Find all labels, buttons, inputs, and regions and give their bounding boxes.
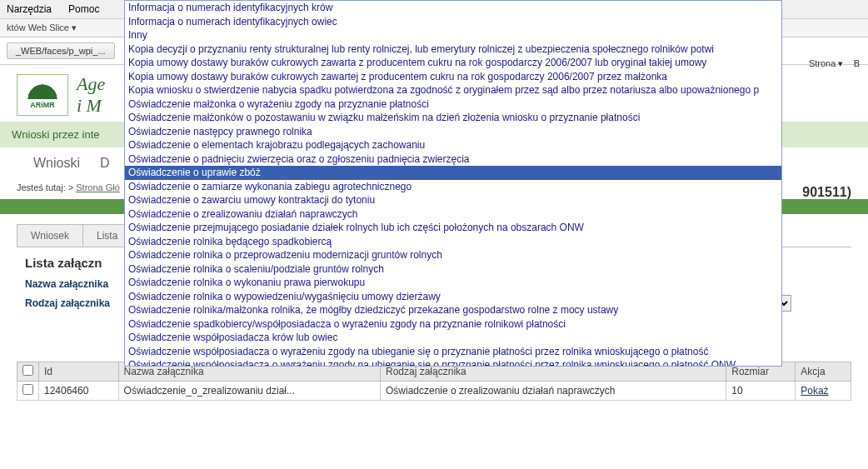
attachments-table: Id Nazwa załącznika Rodzaj załącznika Ro… [17, 362, 851, 401]
rodzaj-dropdown-list[interactable]: Informacja o numerach identyfikacyjnych … [124, 0, 782, 367]
dropdown-option[interactable]: Oświadczenie współposiadacza o wyrażeniu… [125, 358, 781, 367]
col-checkbox [17, 362, 39, 382]
page-tools: Strona ▾ B [809, 58, 860, 69]
table-row: 12406460 Oświadczenie_o_zrealizowaniu dz… [17, 382, 851, 401]
dropdown-option[interactable]: Oświadczenie współposiadacza krów lub ow… [125, 331, 781, 345]
col-id: Id [39, 362, 119, 382]
dropdown-option[interactable]: Oświadczenie małżonka o wyrażeniu zgody … [125, 97, 781, 112]
inner-tab-wniosek[interactable]: Wniosek [17, 224, 83, 247]
page-number: 901511) [802, 185, 851, 200]
webslice-dropdown[interactable]: któw Web Slice ▾ [7, 22, 77, 32]
dropdown-option[interactable]: Inny [125, 28, 781, 42]
cell-nazwa: Oświadczenie_o_zrealizowaniu dział... [118, 382, 380, 401]
dropdown-option[interactable]: Oświadczenie rolnika/małżonka rolnika, ż… [125, 303, 781, 317]
dropdown-option[interactable]: Oświadczenie o padnięciu zwierzęcia oraz… [125, 152, 781, 167]
cell-rodzaj: Oświadczenie o zrealizowaniu działań nap… [381, 382, 726, 401]
cell-id: 12406460 [39, 382, 119, 401]
select-all-checkbox[interactable] [22, 365, 33, 376]
dropdown-option[interactable]: Kopia umowy dostawy buraków cukrowych za… [125, 56, 781, 70]
col-akcja: Akcja [796, 362, 851, 382]
dropdown-option[interactable]: Informacja o numerach identyfikacyjnych … [125, 1, 781, 15]
dropdown-option[interactable]: Oświadczenie przejmującego posiadanie dz… [125, 221, 781, 235]
browser-tab[interactable]: _WEB/faces/p_wpi_... [7, 42, 115, 59]
dropdown-option[interactable]: Informacja o numerach identyfikacyjnych … [125, 15, 781, 29]
dropdown-option[interactable]: Oświadczenie rolnika o wykonaniu prawa p… [125, 276, 781, 290]
dropdown-option[interactable]: Oświadczenie rolnika będącego spadkobier… [125, 235, 781, 249]
show-link[interactable]: Pokaż [801, 385, 828, 397]
dropdown-option[interactable]: Oświadczenie o zrealizowaniu działań nap… [125, 207, 781, 222]
dropdown-option[interactable]: Oświadczenie spadkobiercy/współposiadacz… [125, 317, 781, 332]
dropdown-option[interactable]: Oświadczenie następcy prawnego rolnika [125, 125, 781, 139]
dropdown-option[interactable]: Oświadczenie o elementach krajobrazu pod… [125, 138, 781, 152]
tab-wnioski[interactable]: Wnioski [33, 156, 80, 171]
dropdown-option[interactable]: Oświadczenie o zawarciu umowy kontraktac… [125, 193, 781, 207]
logo-text: ARiMR [30, 101, 55, 109]
dropdown-option[interactable]: Oświadczenie rolnika o scaleniu/podziale… [125, 262, 781, 277]
menu-help[interactable]: Pomoc [68, 3, 99, 15]
dropdown-option[interactable]: Kopia decyzji o przyznaniu renty struktu… [125, 42, 781, 57]
arimr-logo: ARiMR [17, 74, 68, 116]
dropdown-option[interactable]: Kopia wniosku o stwierdzenie nabycia spa… [125, 83, 781, 97]
dropdown-option[interactable]: Oświadczenie rolnika o wypowiedzeniu/wyg… [125, 290, 781, 304]
dropdown-option[interactable]: Oświadczenie rolnika o przeprowadzeniu m… [125, 248, 781, 262]
row-checkbox[interactable] [22, 384, 33, 395]
breadcrumb-home-link[interactable]: Strona Głó [76, 182, 120, 192]
logo-icon [27, 81, 58, 99]
strona-dropdown[interactable]: Strona ▾ [809, 58, 843, 68]
dropdown-option[interactable]: Oświadczenie o uprawie zbóż [125, 166, 781, 180]
dropdown-option[interactable]: Oświadczenie małżonków o pozostawaniu w … [125, 111, 781, 125]
b-item[interactable]: B [854, 58, 860, 68]
menu-tools[interactable]: Narzędzia [7, 3, 52, 15]
dropdown-option[interactable]: Kopia umowy dostawy buraków cukrowych za… [125, 70, 781, 84]
cell-rozmiar: 10 [726, 382, 796, 401]
dropdown-option[interactable]: Oświadczenie o zamiarze wykonania zabieg… [125, 180, 781, 194]
tab-d[interactable]: D [100, 156, 110, 171]
agency-name: Age i M [77, 73, 105, 117]
dropdown-option[interactable]: Oświadczenie współposiadacza o wyrażeniu… [125, 345, 781, 359]
